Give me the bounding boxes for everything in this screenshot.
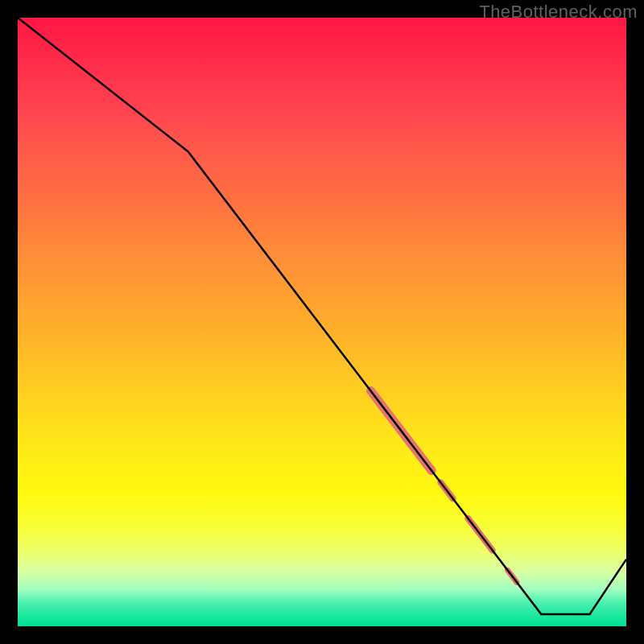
main-curve-line bbox=[18, 18, 626, 614]
chart-overlay bbox=[18, 18, 626, 626]
watermark-text: TheBottleneck.com bbox=[479, 2, 638, 23]
